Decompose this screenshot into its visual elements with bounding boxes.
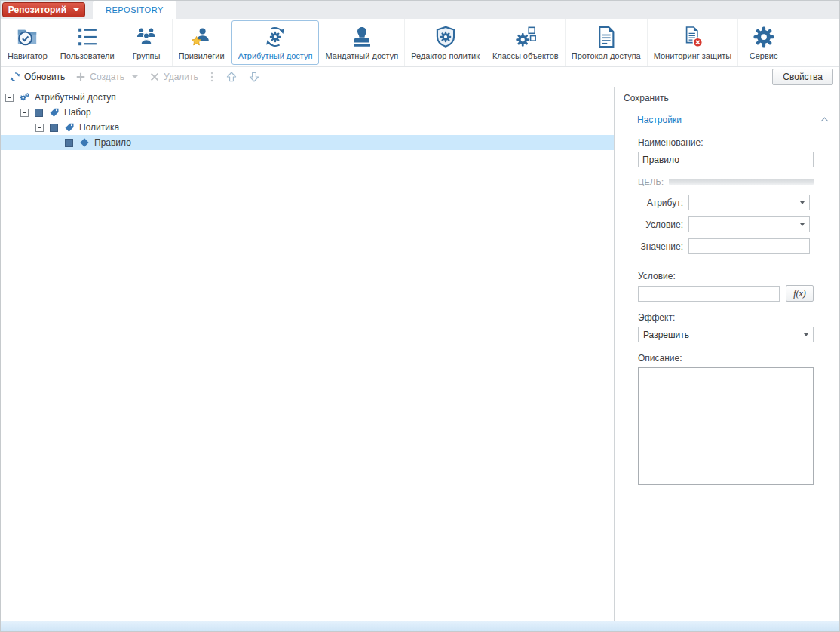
attribute-label: Атрибут: <box>638 198 683 208</box>
arrow-up-icon <box>225 71 238 83</box>
shield-gear-icon <box>434 26 457 48</box>
caret-down-icon <box>804 333 808 336</box>
close-icon <box>149 72 160 82</box>
main-area: Атрибутный доступ Набор Политика Правило <box>1 87 839 621</box>
effect-combobox-value: Разрешить <box>643 330 689 340</box>
name-label: Наименование: <box>638 137 814 148</box>
properties-button[interactable]: Свойства <box>772 69 833 85</box>
attribute-combobox[interactable] <box>688 195 810 210</box>
ribbon-item-service[interactable]: Сервис <box>738 19 789 66</box>
repository-menu-label: Репозиторий <box>8 5 66 15</box>
document-error-icon <box>681 26 704 48</box>
caret-down-icon <box>73 8 79 11</box>
ribbon-item-object-classes[interactable]: Классы объектов <box>486 19 566 66</box>
condition-expression-label: Условие: <box>638 271 814 281</box>
caret-down-icon <box>800 201 805 204</box>
tree-row-attribute-access[interactable]: Атрибутный доступ <box>1 90 614 105</box>
user-list-icon <box>76 26 99 48</box>
ribbon-item-navigator[interactable]: Навигатор <box>2 19 54 66</box>
stamp-icon <box>351 26 373 48</box>
overflow-dots-icon <box>210 71 213 83</box>
gear-boxes-icon <box>514 26 537 48</box>
collapse-expander-icon[interactable] <box>5 94 14 102</box>
tag-icon <box>49 107 60 118</box>
delete-button-label: Удалить <box>164 72 198 82</box>
name-input[interactable] <box>638 152 814 167</box>
collapse-expander-icon[interactable] <box>35 124 44 132</box>
user-star-icon <box>190 26 213 48</box>
settings-section-title: Настройки <box>637 115 682 125</box>
target-separator-bar <box>669 179 814 185</box>
refresh-button[interactable]: Обновить <box>5 69 69 84</box>
delete-button[interactable]: Удалить <box>145 69 203 84</box>
checkbox[interactable] <box>35 109 43 117</box>
repository-menu-button[interactable]: Репозиторий <box>2 2 85 17</box>
tag-icon <box>64 122 75 133</box>
gear-sync-icon <box>264 26 287 48</box>
diamond-icon <box>80 138 88 146</box>
properties-panel: Сохранить Настройки Наименование: ЦЕЛЬ: … <box>615 87 839 621</box>
fx-button[interactable]: f(x) <box>786 285 814 302</box>
navigator-icon <box>16 26 38 48</box>
ribbon-item-protection-monitoring[interactable]: Мониторинг защиты <box>648 19 738 66</box>
target-group: ЦЕЛЬ: <box>638 177 814 186</box>
tab-bar: Репозиторий REPOSITORY <box>1 1 839 19</box>
condition-row: Условие: <box>638 216 814 232</box>
arrow-down-icon <box>248 71 260 83</box>
create-button-label: Создать <box>90 72 124 82</box>
caret-down-icon <box>800 223 805 226</box>
document-icon <box>595 26 618 48</box>
effect-combobox[interactable]: Разрешить <box>638 327 814 342</box>
ribbon-item-policy-editor[interactable]: Редактор политик <box>405 19 486 66</box>
panel-toolbar: Сохранить <box>615 87 839 108</box>
ribbon-item-users[interactable]: Пользователи <box>54 19 121 66</box>
value-input[interactable] <box>688 238 810 254</box>
tab-repository-label: REPOSITORY <box>106 5 164 14</box>
ribbon-item-attribute-access[interactable]: Атрибутный доступ <box>231 20 320 65</box>
tree-view: Атрибутный доступ Набор Политика Правило <box>1 87 615 621</box>
settings-fields: Наименование: ЦЕЛЬ: Атрибут: Условие: <box>615 131 839 491</box>
gear-icon <box>753 26 775 48</box>
condition-expression-row: f(x) <box>638 285 814 302</box>
toolbar: Обновить Создать Удалить Свойства <box>1 67 839 87</box>
tree-row-set[interactable]: Набор <box>1 105 614 120</box>
create-button[interactable]: Создать <box>71 69 129 84</box>
target-label: ЦЕЛЬ: <box>638 177 664 186</box>
ribbon: Навигатор Пользователи Группы Привилегии… <box>1 19 839 67</box>
settings-section-header[interactable]: Настройки <box>615 108 839 131</box>
save-button[interactable]: Сохранить <box>624 93 669 103</box>
ribbon-item-privileges[interactable]: Привилегии <box>173 19 231 66</box>
create-dropdown-caret-icon[interactable] <box>132 75 138 78</box>
refresh-button-label: Обновить <box>24 72 65 82</box>
tab-repository[interactable]: REPOSITORY <box>93 1 176 19</box>
value-label: Значение: <box>638 241 683 252</box>
condition-label: Условие: <box>638 219 683 230</box>
description-textarea[interactable] <box>638 367 814 485</box>
ribbon-item-access-log[interactable]: Протокол доступа <box>566 19 648 66</box>
ribbon-item-mandatory-access[interactable]: Мандатный доступ <box>319 19 405 66</box>
attribute-row: Атрибут: <box>638 195 814 210</box>
tree-row-policy[interactable]: Политика <box>1 120 614 135</box>
condition-expression-input[interactable] <box>638 286 780 302</box>
checkbox[interactable] <box>50 124 58 132</box>
gears-icon <box>20 92 30 103</box>
description-label: Описание: <box>638 353 814 364</box>
condition-combobox[interactable] <box>688 216 810 232</box>
refresh-icon <box>10 72 20 82</box>
status-bar <box>1 621 839 631</box>
ribbon-item-groups[interactable]: Группы <box>121 19 173 66</box>
plus-icon <box>75 72 86 82</box>
app-window: Репозиторий REPOSITORY Навигатор Пользов… <box>0 0 840 632</box>
collapse-expander-icon[interactable] <box>20 109 29 117</box>
checkbox[interactable] <box>65 139 73 147</box>
move-up-button[interactable] <box>221 69 242 85</box>
effect-label: Эффект: <box>638 312 814 323</box>
chevron-up-icon <box>821 118 829 125</box>
user-group-icon <box>135 26 158 48</box>
value-row: Значение: <box>638 238 814 254</box>
move-down-button[interactable] <box>244 69 265 85</box>
tree-row-rule[interactable]: Правило <box>1 135 614 150</box>
